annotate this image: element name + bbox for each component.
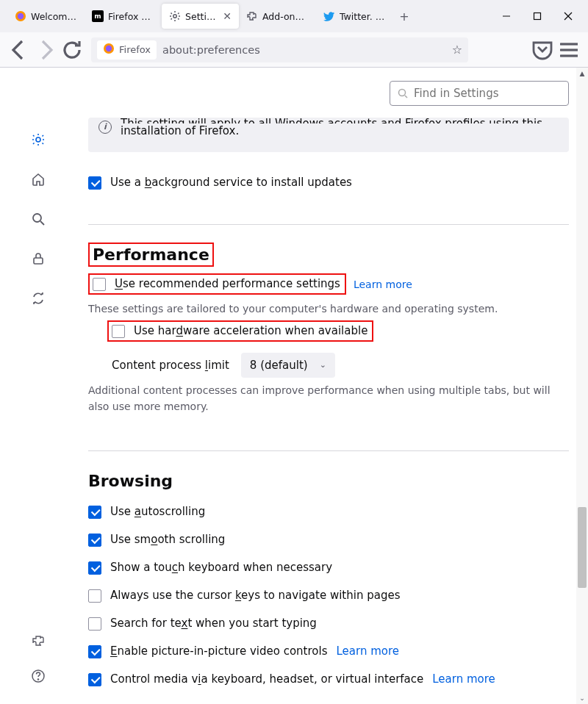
select-value: 8 (default) [250, 358, 308, 373]
close-icon[interactable]: ✕ [223, 10, 232, 22]
bookmark-star-icon[interactable]: ☆ [452, 43, 462, 57]
preferences-content: Find in Settings i This setting will app… [0, 68, 588, 704]
content-process-limit-label: Content process limit [112, 358, 229, 373]
checkbox-icon [93, 278, 106, 291]
tab-welcome[interactable]: Welcome t [7, 4, 85, 29]
checkbox-icon [88, 617, 101, 631]
sidenav-general[interactable] [25, 126, 51, 153]
checkbox-label: Enable picture-in-picture video controls [110, 644, 327, 659]
checkbox-label: Search for text when you start typing [110, 616, 317, 631]
reload-button[interactable] [60, 38, 84, 62]
checkbox-label: Always use the cursor keys to navigate w… [110, 588, 400, 603]
learn-more-link[interactable]: Learn more [354, 279, 412, 290]
checkbox-label: Control media via keyboard, headset, or … [110, 672, 423, 687]
sidenav-privacy[interactable] [25, 245, 51, 272]
firefox-icon [103, 43, 115, 57]
sidenav-sync[interactable] [25, 285, 51, 312]
highlight-annotation: Performance [88, 243, 214, 267]
tab-label: Settings [185, 11, 218, 22]
notice-text-line1: This setting will apply to all Windows a… [121, 116, 557, 123]
checkbox-smooth-scrolling[interactable]: Use smooth scrolling [88, 532, 225, 547]
checkbox-icon [88, 589, 101, 603]
svg-rect-4 [534, 13, 541, 20]
learn-more-link[interactable]: Learn more [336, 644, 399, 659]
checkbox-label: Use smooth scrolling [110, 532, 225, 547]
svg-rect-15 [34, 258, 43, 264]
svg-point-18 [399, 90, 406, 96]
checkbox-search-text-typing[interactable]: Search for text when you start typing [88, 616, 317, 631]
mozilla-icon: m [92, 10, 104, 22]
highlight-annotation: Use recommended performance settings [88, 273, 346, 295]
tab-addons[interactable]: Add-ons M [239, 4, 316, 29]
sidenav-home[interactable] [25, 166, 51, 193]
app-menu-button[interactable] [557, 38, 581, 62]
sidenav-extensions[interactable] [25, 628, 51, 654]
checkbox-background-service[interactable]: Use a background service to install upda… [88, 175, 352, 190]
checkbox-label: Use a background service to install upda… [110, 175, 352, 190]
section-heading-performance: Performance [93, 245, 209, 264]
sidenav-help[interactable] [25, 663, 51, 689]
svg-line-19 [405, 96, 407, 98]
tab-label: Add-ons M [262, 11, 309, 22]
identity-label: Firefox [119, 44, 151, 55]
checkbox-label: Use hardware acceleration when available [134, 323, 368, 339]
forward-button[interactable] [34, 38, 57, 62]
info-icon: i [98, 121, 112, 134]
identity-box[interactable]: Firefox [97, 40, 157, 60]
checkbox-icon [88, 645, 101, 658]
search-placeholder: Find in Settings [414, 87, 498, 100]
chevron-down-icon: ⌄ [320, 359, 326, 370]
checkbox-icon [88, 176, 101, 190]
checkbox-label: Use recommended performance settings [115, 276, 340, 292]
svg-point-17 [37, 679, 38, 680]
checkbox-recommended-performance[interactable]: Use recommended performance settings [93, 276, 340, 292]
svg-point-2 [173, 15, 176, 18]
tab-firefox-privacy[interactable]: m Firefox Priv [85, 4, 162, 29]
checkbox-touch-keyboard[interactable]: Show a touch keyboard when necessary [88, 560, 332, 575]
tab-label: Firefox Priv [108, 11, 154, 22]
learn-more-link[interactable]: Learn more [432, 672, 495, 687]
nav-toolbar: Firefox about:preferences ☆ [0, 32, 588, 68]
checkbox-media-keyboard-control[interactable]: Control media via keyboard, headset, or … [88, 672, 495, 687]
tab-label: Welcome t [31, 11, 77, 22]
tab-settings[interactable]: Settings ✕ [162, 4, 239, 29]
content-scrollbar[interactable]: ▲ ⌄ [576, 68, 588, 704]
svg-point-13 [33, 214, 41, 222]
firefox-icon [15, 10, 26, 22]
checkbox-hardware-acceleration[interactable]: Use hardware acceleration when available [112, 323, 368, 339]
checkbox-picture-in-picture[interactable]: Enable picture-in-picture video controls… [88, 644, 399, 659]
svg-point-1 [18, 13, 24, 19]
checkbox-label: Show a touch keyboard when necessary [110, 560, 332, 575]
window-minimize-button[interactable] [491, 5, 522, 27]
puzzle-icon [246, 10, 258, 22]
tab-twitter[interactable]: Twitter. It's [316, 4, 393, 29]
settings-page: Find in Settings i This setting will app… [88, 68, 569, 704]
content-process-limit-select[interactable]: 8 (default) ⌄ [241, 353, 335, 378]
checkbox-icon [112, 325, 125, 338]
sidenav-search[interactable] [25, 206, 51, 232]
window-close-button[interactable] [553, 5, 584, 27]
performance-description: These settings are tailored to your comp… [88, 303, 498, 315]
notice-text-line2: installation of Firefox. [121, 123, 557, 139]
back-button[interactable] [7, 38, 31, 62]
url-bar[interactable]: Firefox about:preferences ☆ [91, 37, 468, 62]
url-text: about:preferences [162, 44, 446, 56]
section-heading-browsing: Browsing [88, 472, 173, 490]
scroll-down-icon[interactable]: ⌄ [576, 692, 588, 704]
tab-strip: Welcome t m Firefox Priv Settings ✕ Add-… [0, 0, 588, 32]
window-maximize-button[interactable] [522, 5, 553, 27]
new-tab-button[interactable]: + [393, 10, 415, 24]
highlight-annotation: Use hardware acceleration when available [107, 320, 373, 342]
scrollbar-thumb[interactable] [578, 507, 587, 588]
save-to-pocket-button[interactable] [531, 38, 554, 62]
tab-label: Twitter. It's [340, 11, 386, 22]
svg-point-12 [36, 137, 40, 142]
checkbox-autoscrolling[interactable]: Use autoscrolling [88, 504, 205, 520]
content-process-description: Additional content processes can improve… [88, 382, 569, 415]
checkbox-cursor-keys-navigate[interactable]: Always use the cursor keys to navigate w… [88, 588, 400, 603]
svg-point-8 [106, 46, 112, 51]
checkbox-icon [88, 561, 101, 575]
settings-search-input[interactable]: Find in Settings [390, 81, 569, 106]
scroll-up-icon[interactable]: ▲ [576, 68, 588, 79]
checkbox-icon [88, 506, 101, 519]
